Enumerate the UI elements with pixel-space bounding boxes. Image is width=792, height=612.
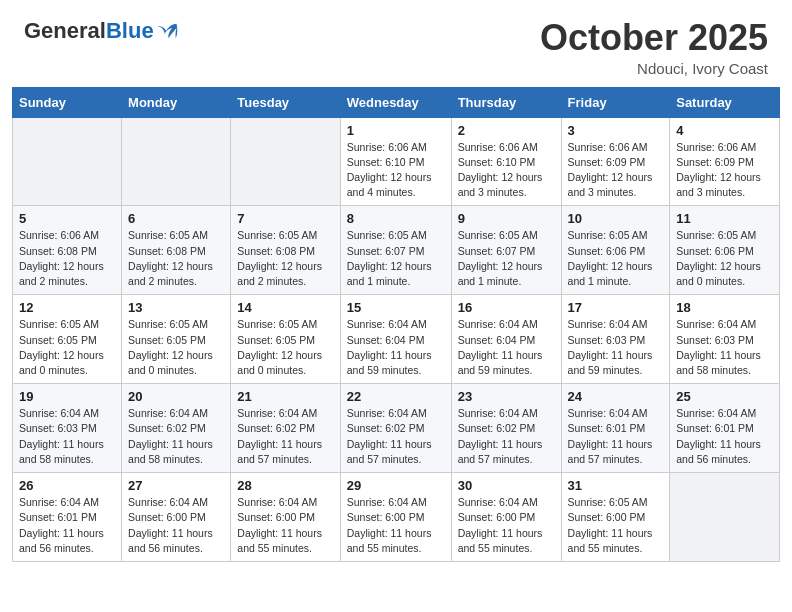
calendar-cell: 9Sunrise: 6:05 AM Sunset: 6:07 PM Daylig… [451,206,561,295]
calendar-cell: 21Sunrise: 6:04 AM Sunset: 6:02 PM Dayli… [231,384,340,473]
calendar-cell: 23Sunrise: 6:04 AM Sunset: 6:02 PM Dayli… [451,384,561,473]
calendar-cell: 1Sunrise: 6:06 AM Sunset: 6:10 PM Daylig… [340,117,451,206]
day-number: 12 [19,300,115,315]
day-info: Sunrise: 6:06 AM Sunset: 6:08 PM Dayligh… [19,228,115,289]
day-number: 13 [128,300,224,315]
day-info: Sunrise: 6:04 AM Sunset: 6:03 PM Dayligh… [568,317,664,378]
calendar-cell: 2Sunrise: 6:06 AM Sunset: 6:10 PM Daylig… [451,117,561,206]
calendar-week-1: 1Sunrise: 6:06 AM Sunset: 6:10 PM Daylig… [13,117,780,206]
day-number: 15 [347,300,445,315]
calendar-cell [670,473,780,562]
weekday-header-saturday: Saturday [670,87,780,117]
calendar-location: Ndouci, Ivory Coast [540,60,768,77]
calendar-cell: 25Sunrise: 6:04 AM Sunset: 6:01 PM Dayli… [670,384,780,473]
calendar-cell [122,117,231,206]
day-number: 27 [128,478,224,493]
calendar-cell: 10Sunrise: 6:05 AM Sunset: 6:06 PM Dayli… [561,206,670,295]
day-info: Sunrise: 6:04 AM Sunset: 6:04 PM Dayligh… [347,317,445,378]
calendar-cell: 5Sunrise: 6:06 AM Sunset: 6:08 PM Daylig… [13,206,122,295]
day-info: Sunrise: 6:04 AM Sunset: 6:00 PM Dayligh… [347,495,445,556]
day-number: 25 [676,389,773,404]
calendar-cell: 28Sunrise: 6:04 AM Sunset: 6:00 PM Dayli… [231,473,340,562]
weekday-header-wednesday: Wednesday [340,87,451,117]
day-info: Sunrise: 6:04 AM Sunset: 6:03 PM Dayligh… [676,317,773,378]
weekday-header-thursday: Thursday [451,87,561,117]
day-info: Sunrise: 6:05 AM Sunset: 6:07 PM Dayligh… [347,228,445,289]
weekday-header-monday: Monday [122,87,231,117]
day-info: Sunrise: 6:04 AM Sunset: 6:02 PM Dayligh… [458,406,555,467]
day-info: Sunrise: 6:04 AM Sunset: 6:01 PM Dayligh… [19,495,115,556]
day-number: 9 [458,211,555,226]
calendar-body: 1Sunrise: 6:06 AM Sunset: 6:10 PM Daylig… [13,117,780,561]
calendar-cell: 27Sunrise: 6:04 AM Sunset: 6:00 PM Dayli… [122,473,231,562]
day-info: Sunrise: 6:04 AM Sunset: 6:01 PM Dayligh… [676,406,773,467]
day-number: 22 [347,389,445,404]
weekday-header-row: SundayMondayTuesdayWednesdayThursdayFrid… [13,87,780,117]
calendar-cell: 19Sunrise: 6:04 AM Sunset: 6:03 PM Dayli… [13,384,122,473]
day-number: 1 [347,123,445,138]
page-header: GeneralBlue October 2025 Ndouci, Ivory C… [0,0,792,87]
day-info: Sunrise: 6:06 AM Sunset: 6:10 PM Dayligh… [347,140,445,201]
calendar-cell: 26Sunrise: 6:04 AM Sunset: 6:01 PM Dayli… [13,473,122,562]
day-number: 28 [237,478,333,493]
day-info: Sunrise: 6:05 AM Sunset: 6:07 PM Dayligh… [458,228,555,289]
day-number: 11 [676,211,773,226]
calendar-cell: 11Sunrise: 6:05 AM Sunset: 6:06 PM Dayli… [670,206,780,295]
day-number: 5 [19,211,115,226]
day-number: 18 [676,300,773,315]
day-info: Sunrise: 6:04 AM Sunset: 6:00 PM Dayligh… [458,495,555,556]
calendar-cell: 7Sunrise: 6:05 AM Sunset: 6:08 PM Daylig… [231,206,340,295]
day-info: Sunrise: 6:04 AM Sunset: 6:00 PM Dayligh… [128,495,224,556]
day-info: Sunrise: 6:04 AM Sunset: 6:04 PM Dayligh… [458,317,555,378]
calendar-cell: 13Sunrise: 6:05 AM Sunset: 6:05 PM Dayli… [122,295,231,384]
calendar-week-3: 12Sunrise: 6:05 AM Sunset: 6:05 PM Dayli… [13,295,780,384]
calendar-week-4: 19Sunrise: 6:04 AM Sunset: 6:03 PM Dayli… [13,384,780,473]
weekday-header-sunday: Sunday [13,87,122,117]
day-number: 26 [19,478,115,493]
calendar-cell: 17Sunrise: 6:04 AM Sunset: 6:03 PM Dayli… [561,295,670,384]
calendar-cell: 15Sunrise: 6:04 AM Sunset: 6:04 PM Dayli… [340,295,451,384]
calendar-table: SundayMondayTuesdayWednesdayThursdayFrid… [12,87,780,562]
day-info: Sunrise: 6:05 AM Sunset: 6:00 PM Dayligh… [568,495,664,556]
logo-general: General [24,18,106,44]
day-number: 4 [676,123,773,138]
day-info: Sunrise: 6:04 AM Sunset: 6:02 PM Dayligh… [128,406,224,467]
calendar-cell: 20Sunrise: 6:04 AM Sunset: 6:02 PM Dayli… [122,384,231,473]
day-info: Sunrise: 6:05 AM Sunset: 6:08 PM Dayligh… [128,228,224,289]
calendar-cell: 12Sunrise: 6:05 AM Sunset: 6:05 PM Dayli… [13,295,122,384]
calendar-cell: 3Sunrise: 6:06 AM Sunset: 6:09 PM Daylig… [561,117,670,206]
day-number: 7 [237,211,333,226]
day-info: Sunrise: 6:04 AM Sunset: 6:00 PM Dayligh… [237,495,333,556]
calendar-cell: 24Sunrise: 6:04 AM Sunset: 6:01 PM Dayli… [561,384,670,473]
calendar-header: SundayMondayTuesdayWednesdayThursdayFrid… [13,87,780,117]
logo-blue: Blue [106,18,154,44]
day-number: 14 [237,300,333,315]
day-info: Sunrise: 6:06 AM Sunset: 6:10 PM Dayligh… [458,140,555,201]
logo: GeneralBlue [24,18,178,44]
day-number: 21 [237,389,333,404]
day-number: 24 [568,389,664,404]
day-number: 16 [458,300,555,315]
calendar-cell: 31Sunrise: 6:05 AM Sunset: 6:00 PM Dayli… [561,473,670,562]
day-info: Sunrise: 6:04 AM Sunset: 6:02 PM Dayligh… [237,406,333,467]
day-number: 30 [458,478,555,493]
day-info: Sunrise: 6:05 AM Sunset: 6:08 PM Dayligh… [237,228,333,289]
weekday-header-friday: Friday [561,87,670,117]
day-info: Sunrise: 6:04 AM Sunset: 6:01 PM Dayligh… [568,406,664,467]
day-number: 31 [568,478,664,493]
day-info: Sunrise: 6:05 AM Sunset: 6:05 PM Dayligh… [19,317,115,378]
weekday-header-tuesday: Tuesday [231,87,340,117]
logo-bird-icon [156,20,178,42]
calendar-cell: 6Sunrise: 6:05 AM Sunset: 6:08 PM Daylig… [122,206,231,295]
day-number: 2 [458,123,555,138]
day-number: 17 [568,300,664,315]
day-info: Sunrise: 6:06 AM Sunset: 6:09 PM Dayligh… [676,140,773,201]
day-number: 19 [19,389,115,404]
day-info: Sunrise: 6:04 AM Sunset: 6:03 PM Dayligh… [19,406,115,467]
day-info: Sunrise: 6:05 AM Sunset: 6:05 PM Dayligh… [237,317,333,378]
calendar-cell: 4Sunrise: 6:06 AM Sunset: 6:09 PM Daylig… [670,117,780,206]
calendar-cell: 8Sunrise: 6:05 AM Sunset: 6:07 PM Daylig… [340,206,451,295]
day-info: Sunrise: 6:05 AM Sunset: 6:06 PM Dayligh… [568,228,664,289]
calendar-cell: 30Sunrise: 6:04 AM Sunset: 6:00 PM Dayli… [451,473,561,562]
day-info: Sunrise: 6:04 AM Sunset: 6:02 PM Dayligh… [347,406,445,467]
